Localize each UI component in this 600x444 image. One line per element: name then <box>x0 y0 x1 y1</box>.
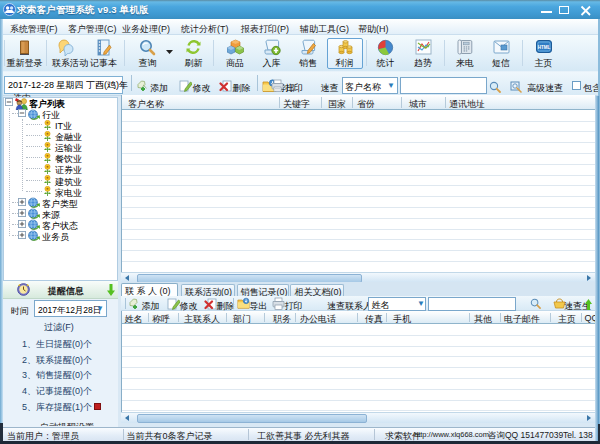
svg-text:HTML: HTML <box>538 45 551 50</box>
